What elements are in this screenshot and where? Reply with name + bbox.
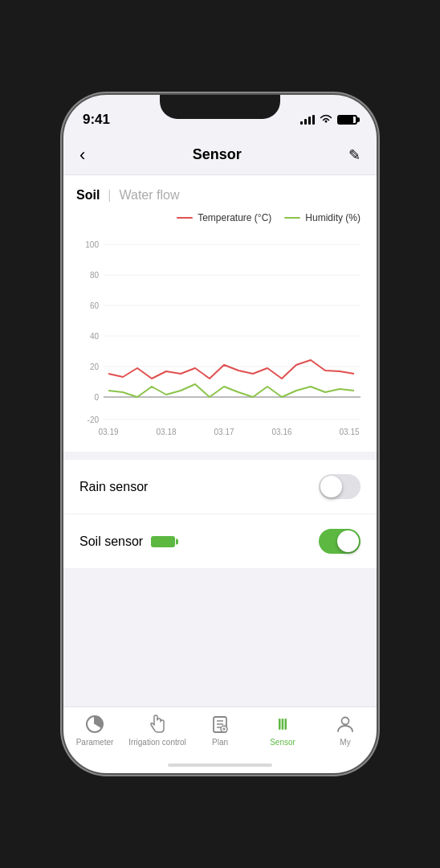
rain-sensor-left: Rain sensor bbox=[79, 480, 148, 494]
nav-label-parameter: Parameter bbox=[76, 738, 114, 747]
sensor-icon bbox=[272, 714, 293, 735]
phone-frame: 9:41 ‹ Sensor ✎ bbox=[63, 95, 377, 773]
bottom-nav: Parameter Irrigation control Plan bbox=[63, 706, 377, 773]
home-indicator bbox=[168, 764, 272, 767]
chart-container: 100 80 60 40 20 0 -20 bbox=[76, 230, 364, 439]
battery-icon bbox=[337, 115, 357, 125]
rain-sensor-label: Rain sensor bbox=[79, 480, 148, 494]
tab-divider: | bbox=[108, 188, 111, 203]
rain-sensor-toggle-thumb bbox=[320, 476, 342, 497]
nav-label-plan: Plan bbox=[212, 738, 228, 747]
svg-text:80: 80 bbox=[90, 271, 100, 280]
soil-sensor-row: Soil sensor bbox=[63, 514, 377, 569]
hand-icon bbox=[147, 714, 168, 735]
chart-svg: 100 80 60 40 20 0 -20 bbox=[76, 230, 364, 439]
person-icon bbox=[335, 714, 356, 735]
humidity-line bbox=[108, 384, 354, 397]
soil-battery-icon bbox=[151, 536, 175, 547]
tab-water-flow[interactable]: Water flow bbox=[120, 188, 180, 203]
back-button[interactable]: ‹ bbox=[79, 145, 85, 166]
status-time: 9:41 bbox=[83, 112, 110, 128]
edit-button[interactable]: ✎ bbox=[348, 146, 361, 164]
svg-text:03.16: 03.16 bbox=[271, 428, 291, 436]
svg-point-21 bbox=[157, 719, 158, 720]
nav-item-sensor[interactable]: Sensor bbox=[251, 714, 314, 747]
svg-point-32 bbox=[342, 718, 349, 725]
svg-rect-31 bbox=[285, 719, 287, 730]
soil-sensor-toggle-thumb bbox=[337, 530, 359, 552]
svg-text:60: 60 bbox=[90, 301, 100, 310]
pie-icon bbox=[84, 714, 105, 735]
svg-text:40: 40 bbox=[90, 332, 100, 341]
nav-item-irrigation[interactable]: Irrigation control bbox=[126, 714, 189, 747]
svg-text:03.19: 03.19 bbox=[98, 428, 118, 436]
nav-label-irrigation: Irrigation control bbox=[128, 738, 186, 747]
nav-label-my: My bbox=[340, 738, 350, 747]
svg-text:-20: -20 bbox=[88, 416, 100, 424]
nav-item-plan[interactable]: Plan bbox=[189, 714, 251, 747]
svg-rect-29 bbox=[279, 719, 281, 730]
signal-bars-icon bbox=[300, 115, 315, 125]
nav-item-my[interactable]: My bbox=[314, 714, 377, 747]
legend-humidity: Humidity (%) bbox=[284, 212, 361, 223]
svg-text:03.15: 03.15 bbox=[339, 428, 359, 436]
wifi-icon bbox=[320, 113, 332, 126]
rain-sensor-toggle[interactable] bbox=[319, 474, 361, 499]
soil-sensor-toggle[interactable] bbox=[319, 529, 361, 554]
svg-text:20: 20 bbox=[90, 362, 100, 371]
chart-legend: Temperature (°C) Humidity (%) bbox=[76, 212, 364, 223]
svg-text:03.17: 03.17 bbox=[214, 428, 234, 436]
soil-sensor-left: Soil sensor bbox=[79, 534, 175, 549]
legend-temperature: Temperature (°C) bbox=[177, 212, 271, 223]
notch bbox=[160, 95, 280, 119]
tab-soil[interactable]: Soil bbox=[76, 188, 100, 203]
page-title: Sensor bbox=[193, 146, 242, 163]
temperature-line bbox=[108, 360, 354, 379]
content-area: Soil | Water flow Temperature (°C) Humid… bbox=[63, 175, 377, 706]
rain-sensor-row: Rain sensor bbox=[63, 460, 377, 514]
sensor-section: Rain sensor Soil sensor bbox=[63, 460, 377, 569]
svg-text:0: 0 bbox=[94, 393, 99, 402]
svg-rect-30 bbox=[282, 719, 284, 730]
svg-text:100: 100 bbox=[85, 240, 99, 249]
temperature-legend-label: Temperature (°C) bbox=[198, 212, 271, 223]
temperature-legend-line bbox=[177, 217, 193, 219]
svg-text:03.18: 03.18 bbox=[156, 428, 176, 436]
clipboard-icon bbox=[210, 714, 230, 735]
tab-row: Soil | Water flow bbox=[76, 188, 364, 203]
nav-item-parameter[interactable]: Parameter bbox=[63, 714, 126, 747]
soil-sensor-label: Soil sensor bbox=[79, 534, 143, 549]
chart-section: Soil | Water flow Temperature (°C) Humid… bbox=[63, 175, 377, 452]
status-icons bbox=[300, 113, 357, 126]
nav-label-sensor: Sensor bbox=[270, 738, 295, 747]
nav-header: ‹ Sensor ✎ bbox=[63, 135, 377, 175]
humidity-legend-line bbox=[284, 217, 300, 219]
humidity-legend-label: Humidity (%) bbox=[305, 212, 361, 223]
